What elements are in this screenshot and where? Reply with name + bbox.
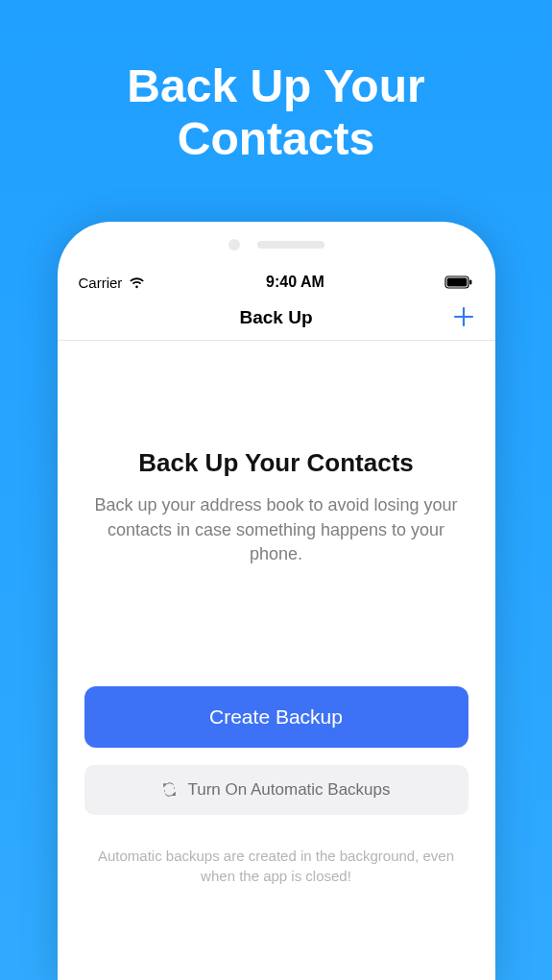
footer-note: Automatic backups are created in the bac… [84, 846, 468, 886]
secondary-btn-label: Turn On Automatic Backups [187, 780, 390, 800]
camera-dot [228, 239, 240, 251]
status-left: Carrier [79, 275, 146, 291]
nav-bar: Back Up [58, 295, 495, 341]
status-bar: Carrier 9:40 AM [58, 268, 495, 295]
speaker-slot [257, 241, 324, 249]
nav-title: Back Up [239, 307, 312, 328]
promo-title: Back Up Your Contacts [0, 0, 552, 165]
svg-rect-2 [470, 280, 472, 285]
plus-icon [452, 305, 475, 328]
battery-icon [444, 275, 473, 289]
phone-frame: Carrier 9:40 AM Back Up Back Up Your Con… [58, 222, 495, 980]
add-button[interactable] [449, 302, 478, 333]
page-heading: Back Up Your Contacts [84, 448, 468, 478]
svg-rect-1 [447, 278, 468, 287]
primary-btn-label: Create Backup [209, 705, 343, 729]
create-backup-button[interactable]: Create Backup [84, 686, 468, 748]
automatic-backups-button[interactable]: Turn On Automatic Backups [84, 765, 468, 815]
page-subheading: Back up your address book to avoid losin… [84, 493, 468, 567]
carrier-label: Carrier [79, 275, 123, 291]
refresh-icon [161, 781, 178, 798]
phone-hardware [58, 222, 495, 268]
wifi-icon [129, 276, 145, 289]
clock-label: 9:40 AM [266, 274, 324, 291]
content-area: Back Up Your Contacts Back up your addre… [58, 448, 495, 886]
